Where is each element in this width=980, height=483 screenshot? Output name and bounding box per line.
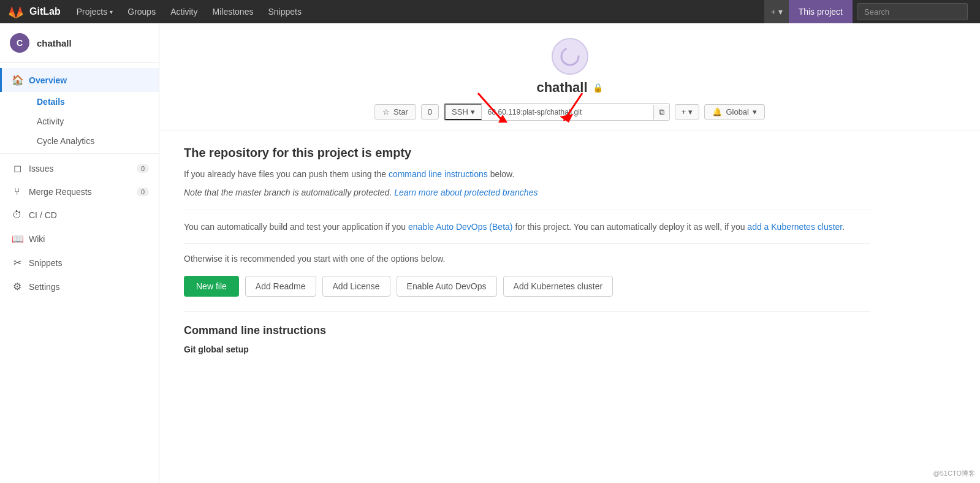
- svg-point-0: [561, 48, 579, 65]
- ssh-url-input[interactable]: [482, 105, 653, 119]
- star-count: 0: [421, 104, 439, 120]
- notification-arrow: ▾: [753, 107, 757, 116]
- star-icon: ☆: [382, 107, 390, 116]
- nav-milestones[interactable]: Milestones: [207, 0, 260, 23]
- snippets-icon: ✂: [12, 257, 23, 268]
- cmd-title: Command line instructions: [184, 324, 870, 337]
- options-text: Otherwise it is recommended you start wi…: [184, 254, 870, 264]
- nav-groups[interactable]: Groups: [121, 0, 162, 23]
- add-kubernetes-button[interactable]: Add Kubernetes cluster: [503, 276, 613, 297]
- sidebar-overview-label: Overview: [29, 75, 67, 85]
- bell-icon: 🔔: [712, 107, 722, 116]
- ssh-label-text: SSH: [452, 107, 468, 116]
- sidebar-divider-1: [0, 153, 159, 154]
- search-input[interactable]: [857, 3, 968, 20]
- project-avatar: [552, 38, 588, 75]
- nav-activity[interactable]: Activity: [164, 0, 203, 23]
- protected-branches-link[interactable]: Learn more about protected branches: [394, 188, 537, 197]
- copy-url-button[interactable]: ⧉: [653, 105, 669, 120]
- top-navigation: GitLab Projects ▾ Groups Activity Milest…: [0, 0, 980, 23]
- sidebar-item-overview[interactable]: 🏠 Overview: [0, 68, 159, 92]
- avatar: C: [10, 33, 29, 53]
- project-avatar-area: [552, 38, 588, 75]
- gitlab-brand-label: GitLab: [29, 6, 61, 17]
- nav-snippets[interactable]: Snippets: [262, 0, 307, 23]
- this-project-button[interactable]: This project: [789, 0, 853, 23]
- lock-icon: 🔒: [593, 83, 603, 93]
- merge-requests-badge: 0: [137, 188, 149, 196]
- sidebar-item-wiki[interactable]: 📖 Wiki: [0, 227, 159, 251]
- sidebar-item-ci-cd[interactable]: ⏱ CI / CD: [0, 203, 159, 227]
- topnav-right: + ▾ This project: [764, 0, 973, 23]
- sidebar-settings-label: Settings: [29, 282, 60, 292]
- repo-body: The repository for this project is empty…: [159, 131, 895, 374]
- enable-auto-devops-button[interactable]: Enable Auto DevOps: [397, 276, 497, 297]
- notification-button[interactable]: 🔔 Global ▾: [704, 104, 765, 120]
- sidebar-item-settings[interactable]: ⚙ Settings: [0, 275, 159, 299]
- cmd-line-link[interactable]: command line instructions: [389, 169, 488, 179]
- sidebar-snippets-label: Snippets: [29, 258, 62, 268]
- project-title-row: chathall 🔒: [536, 80, 602, 96]
- issues-icon: ◻: [12, 162, 23, 174]
- sidebar-item-merge-requests[interactable]: ⑂ Merge Requests 0: [0, 180, 159, 203]
- repo-empty-desc: If you already have files you can push t…: [184, 167, 870, 181]
- ci-cd-icon: ⏱: [12, 210, 23, 221]
- project-actions-row: ☆ Star 0 SSH ▾ ⧉: [374, 103, 765, 121]
- repo-note: Note that the master branch is automatic…: [184, 186, 870, 199]
- section-divider-2: [184, 243, 870, 244]
- add-readme-button[interactable]: Add Readme: [245, 276, 316, 297]
- auto-devops-link[interactable]: enable Auto DevOps (Beta): [408, 222, 512, 232]
- settings-icon: ⚙: [12, 281, 23, 292]
- notification-label: Global: [726, 107, 749, 116]
- main-content: chathall 🔒 ☆ Star 0: [159, 23, 980, 483]
- sidebar-ci-cd-label: CI / CD: [29, 210, 57, 220]
- section-divider-1: [184, 210, 870, 210]
- project-header: chathall 🔒 ☆ Star 0: [159, 23, 980, 131]
- ssh-toggle-button[interactable]: SSH ▾: [444, 104, 482, 120]
- devops-section: You can automatically build and test you…: [184, 220, 870, 234]
- sidebar-issues-label: Issues: [29, 164, 53, 173]
- watermark: @51CTO博客: [933, 469, 975, 478]
- ssh-dropdown-arrow: ▾: [471, 107, 475, 116]
- sidebar-item-snippets[interactable]: ✂ Snippets: [0, 251, 159, 275]
- page-wrapper: C chathall 🏠 Overview Details Activity C…: [0, 23, 980, 483]
- more-options-button[interactable]: + ▾: [675, 104, 700, 120]
- plus-dropdown-arrow: ▾: [778, 7, 783, 17]
- nav-projects[interactable]: Projects ▾: [70, 0, 120, 23]
- new-file-button[interactable]: New file: [184, 276, 239, 297]
- sidebar-username: chathall: [37, 38, 72, 48]
- plus-icon: +: [682, 107, 686, 116]
- sidebar-wiki-label: Wiki: [29, 234, 45, 244]
- kubernetes-cluster-link[interactable]: add a Kubernetes cluster: [747, 222, 842, 232]
- sidebar-subitem-cycle-analytics[interactable]: Cycle Analytics: [27, 131, 159, 151]
- sidebar-merge-requests-label: Merge Requests: [29, 187, 92, 197]
- add-license-button[interactable]: Add License: [322, 276, 390, 297]
- cmd-section: Command line instructions Git global set…: [184, 311, 870, 354]
- repo-empty-title: The repository for this project is empty: [184, 146, 870, 160]
- gitlab-logo-link[interactable]: GitLab: [7, 3, 61, 20]
- merge-request-icon: ⑂: [12, 186, 23, 197]
- issues-badge: 0: [137, 164, 149, 173]
- devops-text: You can automatically build and test you…: [184, 220, 870, 234]
- more-options-arrow: ▾: [688, 107, 693, 116]
- sidebar-item-issues[interactable]: ◻ Issues 0: [0, 156, 159, 180]
- sidebar-overview-submenu: Details Activity Cycle Analytics: [0, 92, 159, 151]
- wiki-icon: 📖: [12, 233, 23, 245]
- star-label: Star: [393, 107, 408, 116]
- sidebar: C chathall 🏠 Overview Details Activity C…: [0, 23, 159, 483]
- project-name: chathall: [536, 80, 587, 96]
- cmd-subtitle: Git global setup: [184, 344, 870, 354]
- sidebar-subitem-details[interactable]: Details: [27, 92, 159, 112]
- sidebar-user: C chathall: [0, 23, 159, 63]
- star-button[interactable]: ☆ Star: [374, 104, 416, 120]
- sidebar-subitem-activity[interactable]: Activity: [27, 112, 159, 131]
- home-icon: 🏠: [12, 74, 23, 86]
- copy-icon: ⧉: [659, 107, 664, 116]
- sidebar-nav: 🏠 Overview Details Activity Cycle Analyt…: [0, 63, 159, 303]
- topnav-plus-button[interactable]: + ▾: [764, 0, 788, 23]
- action-buttons: New file Add Readme Add License Enable A…: [184, 276, 870, 297]
- ssh-dropdown: SSH ▾ ⧉: [444, 103, 670, 121]
- projects-dropdown-arrow: ▾: [110, 9, 113, 15]
- project-header-inner: chathall 🔒 ☆ Star 0: [159, 38, 980, 121]
- topnav-links: Projects ▾ Groups Activity Milestones Sn…: [70, 0, 765, 23]
